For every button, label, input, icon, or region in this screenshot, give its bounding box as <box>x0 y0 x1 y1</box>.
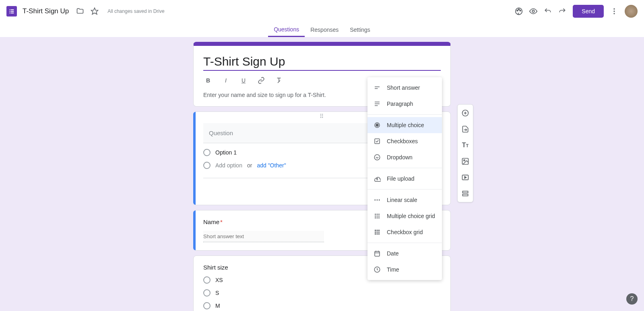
menu-item-cb-grid[interactable]: Checkbox grid <box>367 224 442 240</box>
add-section-icon[interactable] <box>459 187 471 200</box>
save-status: All changes saved in Drive <box>107 8 164 14</box>
svg-rect-47 <box>378 233 380 235</box>
svg-point-8 <box>517 10 518 11</box>
menu-item-multiple-choice[interactable]: Multiple choice <box>367 117 442 133</box>
svg-point-36 <box>375 217 376 218</box>
add-image-icon[interactable] <box>459 155 471 167</box>
underline-icon[interactable]: U <box>239 76 248 85</box>
option-text[interactable]: Option 1 <box>215 149 237 156</box>
menu-label: Time <box>387 266 399 273</box>
svg-point-24 <box>376 124 378 126</box>
svg-point-34 <box>377 216 378 217</box>
svg-rect-41 <box>378 230 380 231</box>
svg-point-9 <box>518 9 520 10</box>
svg-point-14 <box>613 13 615 14</box>
undo-icon[interactable] <box>541 4 555 19</box>
add-other-link[interactable]: add "Other" <box>257 162 286 169</box>
radio-icon[interactable] <box>203 149 211 156</box>
menu-item-short-answer[interactable]: Short answer <box>367 80 442 96</box>
question-type-menu: Short answer Paragraph Multiple choice C… <box>367 77 442 280</box>
svg-rect-4 <box>10 12 10 13</box>
svg-marker-6 <box>91 8 98 14</box>
menu-label: Date <box>387 250 399 257</box>
option-text[interactable]: M <box>215 303 220 309</box>
svg-rect-43 <box>377 232 378 233</box>
checkbox-icon <box>373 137 381 145</box>
add-option-label[interactable]: Add option <box>215 162 242 169</box>
svg-point-38 <box>378 217 380 218</box>
svg-rect-42 <box>375 232 376 233</box>
add-title-icon[interactable]: TT <box>459 139 471 151</box>
short-answer-icon <box>373 84 381 92</box>
menu-item-dropdown[interactable]: Dropdown <box>367 149 442 165</box>
menu-label: Checkboxes <box>387 138 418 144</box>
menu-label: Multiple choice grid <box>387 213 435 219</box>
form-title[interactable]: T-Shirt Sign Up <box>203 55 441 71</box>
svg-point-58 <box>464 160 465 161</box>
option-row: M <box>203 302 441 309</box>
clear-format-icon[interactable] <box>274 76 284 85</box>
radio-icon[interactable] <box>203 302 211 309</box>
menu-item-paragraph[interactable]: Paragraph <box>367 96 442 112</box>
preview-icon[interactable] <box>526 4 541 19</box>
radio-selected-icon <box>373 121 381 129</box>
option-text[interactable]: S <box>215 290 219 296</box>
svg-rect-62 <box>462 194 468 196</box>
paragraph-icon <box>373 100 381 108</box>
forms-logo[interactable] <box>6 6 17 16</box>
svg-point-37 <box>377 217 378 218</box>
account-avatar[interactable] <box>625 5 638 18</box>
menu-label: Paragraph <box>387 101 413 107</box>
help-icon[interactable]: ? <box>626 293 638 305</box>
tab-settings[interactable]: Settings <box>344 23 376 37</box>
radio-icon[interactable] <box>203 276 211 284</box>
move-to-folder-icon[interactable] <box>73 4 87 19</box>
svg-rect-46 <box>377 233 378 235</box>
menu-label: Dropdown <box>387 154 413 161</box>
bold-icon[interactable]: B <box>203 76 213 85</box>
svg-rect-39 <box>375 230 376 231</box>
add-video-icon[interactable] <box>459 171 471 183</box>
svg-point-28 <box>377 200 378 201</box>
more-icon[interactable] <box>607 4 621 19</box>
svg-rect-1 <box>11 9 14 10</box>
menu-label: Short answer <box>387 84 420 91</box>
clock-icon <box>373 266 381 274</box>
menu-item-checkboxes[interactable]: Checkboxes <box>367 133 442 149</box>
calendar-icon <box>373 249 381 257</box>
svg-rect-25 <box>375 139 380 144</box>
svg-point-27 <box>374 200 376 201</box>
menu-item-mc-grid[interactable]: Multiple choice grid <box>367 208 442 224</box>
svg-rect-45 <box>375 233 376 235</box>
dropdown-icon <box>373 153 381 161</box>
menu-label: File upload <box>387 175 415 182</box>
option-text[interactable]: XS <box>215 277 223 283</box>
tab-responses[interactable]: Responses <box>305 23 344 37</box>
main-tabs: Questions Responses Settings <box>0 23 644 37</box>
menu-item-linear-scale[interactable]: Linear scale <box>367 192 442 208</box>
italic-icon[interactable]: I <box>221 76 231 85</box>
link-icon[interactable] <box>256 76 266 85</box>
customize-theme-icon[interactable] <box>512 4 526 19</box>
menu-item-file-upload[interactable]: File upload <box>367 171 442 187</box>
radio-icon[interactable] <box>203 289 211 297</box>
svg-point-29 <box>379 200 380 201</box>
svg-marker-60 <box>464 177 466 179</box>
send-button[interactable]: Send <box>573 5 604 18</box>
svg-rect-61 <box>462 191 468 193</box>
menu-item-time[interactable]: Time <box>367 262 442 278</box>
add-question-icon[interactable] <box>459 107 471 119</box>
short-answer-preview <box>203 231 324 242</box>
svg-rect-0 <box>10 9 10 10</box>
menu-item-date[interactable]: Date <box>367 245 442 262</box>
svg-rect-40 <box>377 230 378 231</box>
doc-title[interactable]: T-Shirt Sign Up <box>23 7 69 15</box>
required-star: * <box>220 218 223 225</box>
tab-questions[interactable]: Questions <box>268 23 305 37</box>
import-questions-icon[interactable] <box>459 123 471 135</box>
grid-squares-icon <box>373 228 381 236</box>
svg-point-33 <box>375 216 376 217</box>
redo-icon[interactable] <box>555 4 570 19</box>
star-icon[interactable] <box>87 4 102 19</box>
option-row: S <box>203 289 441 297</box>
